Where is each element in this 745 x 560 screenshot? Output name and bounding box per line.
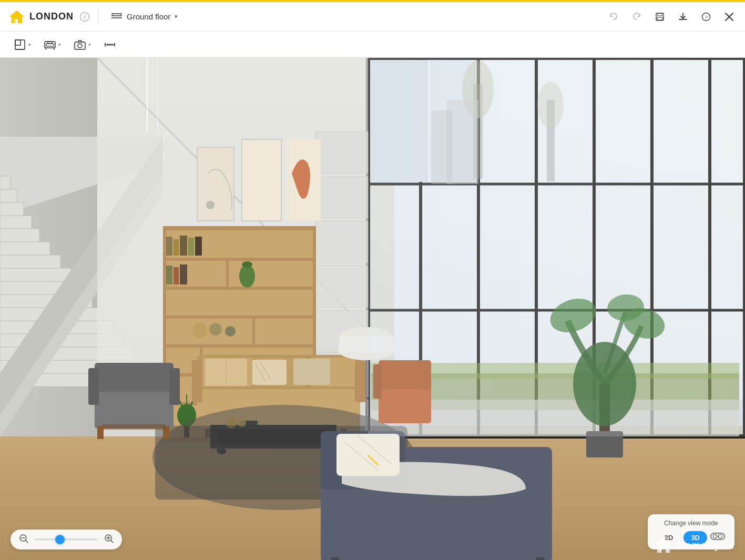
- toolbar: ▾ ▾ ▾: [0, 32, 745, 58]
- svg-rect-163: [95, 363, 174, 392]
- svg-rect-19: [75, 42, 85, 49]
- logo-text: LONDON: [29, 11, 74, 22]
- svg-text:?: ?: [705, 14, 708, 20]
- svg-point-120: [225, 326, 236, 337]
- header-divider: [98, 9, 98, 24]
- svg-rect-114: [174, 267, 179, 284]
- room-scene: [0, 58, 745, 560]
- svg-rect-108: [166, 237, 172, 256]
- svg-rect-55: [0, 242, 50, 255]
- tool-furniture-button[interactable]: ▾: [38, 35, 66, 54]
- svg-rect-165: [169, 368, 180, 405]
- zoom-out-button[interactable]: [19, 534, 28, 545]
- bottom-controls: Change view mode 2D 3D: [0, 514, 745, 549]
- viewport[interactable]: Change view mode 2D 3D HomeB: [0, 58, 745, 560]
- svg-rect-96: [163, 258, 315, 261]
- svg-rect-0: [14, 19, 16, 23]
- zoom-slider-container: [11, 530, 122, 549]
- svg-rect-137: [192, 360, 202, 402]
- svg-point-117: [242, 261, 252, 268]
- svg-line-208: [111, 541, 114, 543]
- watermark-text: HomeByMe: [677, 539, 734, 552]
- top-border: [0, 0, 745, 2]
- tool-camera-button[interactable]: ▾: [68, 35, 96, 54]
- svg-rect-128: [242, 139, 281, 221]
- svg-line-205: [26, 541, 28, 543]
- svg-rect-2: [111, 13, 122, 14]
- floor-label: Ground floor: [127, 12, 170, 21]
- svg-rect-6: [657, 17, 662, 20]
- svg-point-118: [192, 323, 207, 338]
- svg-rect-87: [315, 131, 368, 174]
- svg-rect-16: [48, 42, 52, 44]
- help-button[interactable]: ?: [699, 9, 713, 24]
- svg-rect-215: [659, 546, 662, 551]
- svg-rect-144: [293, 359, 330, 385]
- svg-rect-203: [368, 58, 745, 436]
- floor-chevron: ▾: [175, 13, 178, 20]
- floor-icon: [111, 11, 123, 23]
- svg-rect-113: [166, 266, 172, 284]
- zoom-track[interactable]: [35, 538, 98, 541]
- info-button[interactable]: i: [80, 12, 89, 22]
- svg-rect-95: [163, 226, 315, 230]
- svg-rect-115: [180, 264, 187, 284]
- svg-rect-60: [0, 176, 11, 189]
- svg-rect-168: [103, 424, 166, 430]
- header-left: LONDON i Ground floor ▾: [8, 9, 182, 25]
- svg-rect-138: [355, 360, 365, 402]
- svg-point-119: [209, 323, 222, 335]
- close-button[interactable]: [722, 9, 737, 24]
- svg-rect-110: [180, 236, 187, 256]
- svg-rect-193: [331, 557, 339, 560]
- zoom-in-button[interactable]: [104, 534, 114, 545]
- svg-rect-12: [15, 40, 21, 45]
- svg-rect-97: [163, 287, 315, 290]
- download-button[interactable]: [676, 9, 690, 24]
- svg-rect-54: [0, 255, 60, 268]
- logo: LONDON: [8, 9, 74, 24]
- svg-rect-164: [88, 368, 99, 405]
- svg-point-20: [78, 44, 82, 48]
- view-mode-label: Change view mode: [664, 520, 718, 527]
- svg-rect-58: [0, 202, 24, 216]
- svg-rect-143: [252, 360, 287, 385]
- svg-rect-105: [226, 258, 229, 287]
- tool-camera-chevron: ▾: [88, 42, 91, 47]
- svg-rect-53: [0, 268, 71, 281]
- svg-rect-194: [536, 557, 544, 560]
- svg-rect-162: [95, 386, 174, 429]
- header: LONDON i Ground floor ▾: [0, 2, 745, 32]
- svg-rect-106: [252, 315, 255, 344]
- svg-rect-111: [188, 238, 194, 256]
- tool-furniture-chevron: ▾: [58, 42, 61, 47]
- svg-rect-59: [0, 189, 17, 202]
- watermark-icon: [654, 537, 673, 554]
- svg-rect-98: [163, 315, 315, 319]
- svg-rect-88: [315, 176, 368, 218]
- svg-rect-11: [15, 40, 25, 49]
- svg-rect-57: [0, 216, 32, 229]
- save-button[interactable]: [652, 9, 667, 24]
- svg-rect-189: [336, 434, 400, 476]
- undo-button[interactable]: [606, 9, 621, 24]
- floor-selector[interactable]: Ground floor ▾: [107, 9, 182, 25]
- tool-measure-button[interactable]: [98, 35, 121, 54]
- svg-rect-1: [111, 15, 122, 16]
- svg-rect-3: [111, 17, 122, 18]
- svg-rect-56: [0, 229, 39, 242]
- header-right: ?: [606, 9, 737, 24]
- logo-icon: [8, 9, 25, 24]
- svg-rect-169: [365, 350, 368, 444]
- svg-rect-15: [46, 44, 54, 46]
- svg-point-130: [206, 201, 215, 209]
- watermark: HomeByMe: [654, 537, 734, 554]
- svg-rect-90: [315, 266, 368, 308]
- svg-rect-109: [174, 239, 179, 256]
- zoom-thumb[interactable]: [55, 535, 65, 544]
- tool-room-chevron: ▾: [28, 42, 31, 47]
- svg-rect-89: [315, 221, 368, 263]
- tool-room-button[interactable]: ▾: [8, 35, 36, 54]
- svg-rect-99: [163, 344, 315, 348]
- redo-button[interactable]: [629, 9, 644, 24]
